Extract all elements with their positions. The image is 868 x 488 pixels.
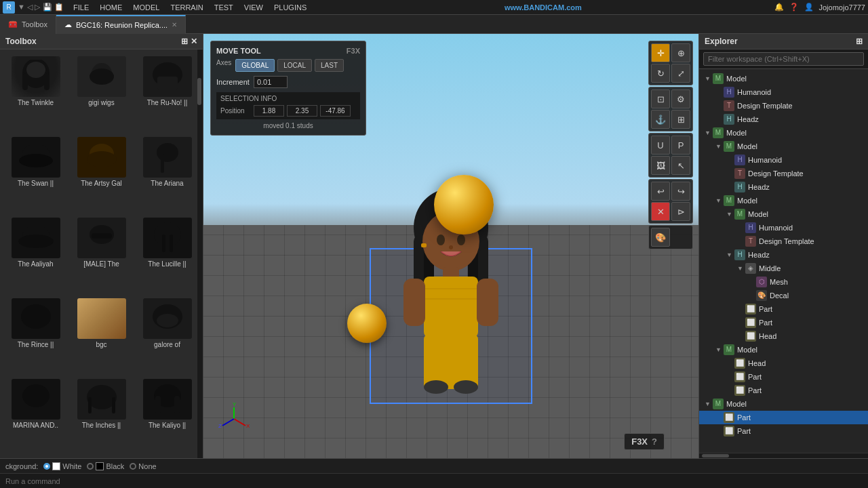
tool-label-aaliyah: The Aaliyah <box>18 260 53 268</box>
tree-part1[interactable]: ⬜ Part <box>699 302 868 316</box>
explorer-expand-icon[interactable]: ⊞ <box>856 37 863 46</box>
select-btn[interactable]: ⊡ <box>651 89 670 108</box>
toolbox-tab-btn[interactable]: 🧰 Toolbox <box>0 15 56 34</box>
viewport[interactable]: MOVE TOOL F3X Axes GLOBAL LOCAL LAST Inc… <box>203 34 698 458</box>
tree-model5[interactable]: M Model <box>699 207 868 221</box>
menu-home[interactable]: HOME <box>94 2 127 13</box>
tool-item-twinkle[interactable]: The Twinkle <box>4 54 67 131</box>
tool-item-marina[interactable]: MARINA AND.. <box>4 376 67 454</box>
f3x-help-icon[interactable]: ? <box>652 436 657 447</box>
tree-model4[interactable]: M Model <box>699 194 868 207</box>
tool-item-swan[interactable]: The Swan || <box>4 134 67 212</box>
tree-headz3[interactable]: H Headz <box>699 248 868 262</box>
rotate-tool-btn[interactable]: ↻ <box>651 64 670 83</box>
redo-btn[interactable]: ↪ <box>671 182 690 201</box>
export-btn[interactable]: ⊳ <box>671 202 690 221</box>
union-btn[interactable]: U <box>651 136 670 155</box>
tree-arrow-model1[interactable] <box>705 75 713 82</box>
tree-arrow-model6[interactable] <box>715 346 724 353</box>
bg-white-option[interactable]: White <box>43 462 81 470</box>
tool-item-bgc[interactable]: bgc <box>70 296 133 373</box>
paint-btn[interactable]: 🎨 <box>651 228 670 247</box>
menu-test[interactable]: TEST <box>209 2 239 13</box>
bg-none-option[interactable]: None <box>130 462 156 470</box>
tool-label-lucille: The Lucille || <box>148 260 186 268</box>
command-input[interactable] <box>5 477 863 485</box>
svg-rect-46 <box>477 279 498 326</box>
undo-btn[interactable]: ↩ <box>651 182 670 201</box>
bg-black-option[interactable]: Black <box>87 462 124 470</box>
bgc-tab-close[interactable]: ✕ <box>172 21 177 28</box>
tree-head1[interactable]: ⬜ Head <box>699 329 868 343</box>
tree-model2[interactable]: M Model <box>699 126 868 140</box>
tree-middle1[interactable]: ◈ Middle <box>699 262 868 275</box>
explorer-search-input[interactable] <box>703 52 864 66</box>
bg-none-radio[interactable] <box>130 463 136 470</box>
tool-item-runo[interactable]: The Ru-No! || <box>136 54 199 131</box>
intersect-btn[interactable]: P <box>671 136 690 155</box>
tree-model7[interactable]: M Model <box>699 397 868 411</box>
tool-item-male[interactable]: [MALE] The <box>70 215 133 293</box>
axes-local-btn[interactable]: LOCAL <box>277 59 312 72</box>
tree-part3[interactable]: ⬜ Part <box>699 370 868 384</box>
tool-item-inches[interactable]: The Inches || <box>70 376 133 454</box>
tree-model1[interactable]: M Model <box>699 72 868 85</box>
tree-part2[interactable]: ⬜ Part <box>699 316 868 329</box>
delete-btn[interactable]: ✕ <box>651 202 670 221</box>
tool-item-lucille[interactable]: The Lucille || <box>136 215 199 293</box>
tree-model6[interactable]: M Model <box>699 343 868 357</box>
axes-last-btn[interactable]: LAST <box>315 59 344 72</box>
cursor-btn[interactable]: ↖ <box>671 156 690 175</box>
scale-tool-btn[interactable]: ⤢ <box>671 64 690 83</box>
part1-icon: ⬜ <box>745 304 756 314</box>
tree-part6[interactable]: ⬜ Part <box>699 424 868 438</box>
tree-arrow-model5[interactable] <box>726 211 734 218</box>
tree-humanoid1[interactable]: H Humanoid <box>699 85 868 99</box>
tool-item-rince[interactable]: The Rince || <box>4 296 67 373</box>
tree-humanoid3[interactable]: H Humanoid <box>699 221 868 235</box>
tool-item-aaliyah[interactable]: The Aaliyah <box>4 215 67 293</box>
tree-headz1[interactable]: H Headz <box>699 113 868 126</box>
tree-mesh1[interactable]: ⬡ Mesh <box>699 275 868 289</box>
tree-part4[interactable]: ⬜ Part <box>699 384 868 397</box>
tree-head2[interactable]: ⬜ Head <box>699 357 868 370</box>
tool-item-kaliyo[interactable]: The Kaliyo || <box>136 376 199 454</box>
move-tool-btn[interactable]: ✛ <box>651 43 670 62</box>
tree-arrow-headz3[interactable] <box>726 251 734 258</box>
tool-item-galore[interactable]: galore of <box>136 296 199 373</box>
tree-arrow-model4[interactable] <box>715 197 724 204</box>
tree-arrow-model2[interactable] <box>705 129 713 136</box>
bg-white-radio[interactable] <box>43 463 50 470</box>
menu-file[interactable]: FILE <box>68 2 94 13</box>
bg-black-radio[interactable] <box>87 463 94 470</box>
anchor-btn[interactable]: ⚓ <box>651 110 670 129</box>
tool-item-artsy[interactable]: The Artsy Gal <box>70 134 133 212</box>
toolbox-close-icon[interactable]: ✕ <box>191 37 197 46</box>
tree-template3[interactable]: T Design Template <box>699 235 868 248</box>
tree-template1[interactable]: T Design Template <box>699 99 868 113</box>
tool-item-gigi[interactable]: gigi wigs <box>70 54 133 131</box>
bgc-tab-btn[interactable]: ☁ BGC16: Reunion Replica.... ✕ <box>56 15 186 34</box>
menu-terrain[interactable]: TERRAIN <box>165 2 208 13</box>
tool-item-ariana[interactable]: The Ariana <box>136 134 199 212</box>
grid-btn[interactable]: ⊞ <box>671 110 690 129</box>
axes-global-btn[interactable]: GLOBAL <box>235 59 275 72</box>
tree-arrow-model3[interactable] <box>715 143 724 150</box>
menu-model[interactable]: MODEL <box>127 2 165 13</box>
menu-view[interactable]: VIEW <box>239 2 269 13</box>
tree-arrow-middle1[interactable] <box>737 265 745 272</box>
tree-humanoid2[interactable]: H Humanoid <box>699 153 868 167</box>
tree-decal1[interactable]: 🎨 Decal <box>699 289 868 302</box>
tree-template2[interactable]: T Design Template <box>699 167 868 180</box>
toolbox-expand-icon[interactable]: ⊞ <box>181 37 188 46</box>
tree-model3[interactable]: M Model <box>699 140 868 153</box>
file-icon[interactable]: R ▼ ◁ ▷ 💾 📋 <box>3 1 64 14</box>
increment-input[interactable] <box>254 76 288 88</box>
image-btn[interactable]: 🖼 <box>651 156 670 175</box>
zoom-tool-btn[interactable]: ⊕ <box>671 43 690 62</box>
tree-part5-selected[interactable]: ⬜ Part <box>699 411 868 424</box>
tree-headz2[interactable]: H Headz <box>699 180 868 194</box>
menu-plugins[interactable]: PLUGINS <box>269 2 312 13</box>
tree-arrow-model7[interactable] <box>705 401 713 407</box>
snap-btn[interactable]: ⚙ <box>671 89 690 108</box>
